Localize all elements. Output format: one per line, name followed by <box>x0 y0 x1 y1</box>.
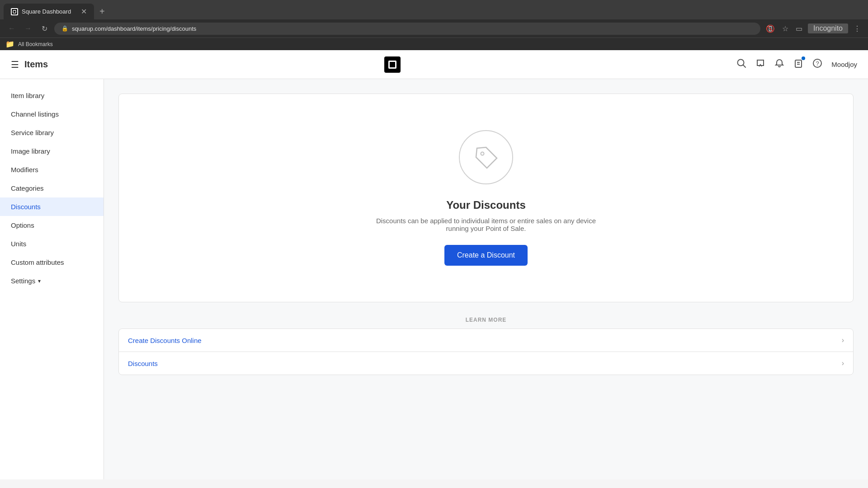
learn-more-item-create-online[interactable]: Create Discounts Online › <box>119 329 853 352</box>
top-nav: ☰ Items ? Moodjoy <box>0 50 868 79</box>
top-nav-left: ☰ Items <box>11 59 48 70</box>
sidebar-item-item-library[interactable]: Item library <box>0 86 104 105</box>
top-nav-right: ? Moodjoy <box>736 58 857 70</box>
user-name[interactable]: Moodjoy <box>831 61 857 68</box>
browser-chrome: Square Dashboard ✕ + ← → ↻ 🔒 squarup.com… <box>0 0 868 50</box>
menu-toggle-button[interactable]: ☰ <box>11 59 19 70</box>
sidebar-icon[interactable]: ▭ <box>794 23 804 35</box>
sidebar-item-modifiers[interactable]: Modifiers <box>0 160 104 179</box>
learn-more-item-label: Create Discounts Online <box>128 337 202 344</box>
sidebar-item-options[interactable]: Options <box>0 216 104 235</box>
bookmarks-bar: 📁 All Bookmarks <box>0 38 868 50</box>
sidebar: Item library Channel listings Service li… <box>0 79 104 479</box>
main-layout: Item library Channel listings Service li… <box>0 79 868 479</box>
profile-icon[interactable]: Incognito <box>808 23 848 33</box>
sidebar-item-custom-attributes[interactable]: Custom attributes <box>0 253 104 272</box>
sidebar-item-discounts[interactable]: Discounts <box>0 197 104 216</box>
learn-more-item-discounts[interactable]: Discounts › <box>119 352 853 375</box>
search-icon[interactable] <box>736 58 746 70</box>
svg-text:?: ? <box>816 60 819 67</box>
notification-badge <box>802 56 805 60</box>
discounts-empty-state-card: Your Discounts Discounts can be applied … <box>118 94 854 302</box>
discount-tag-icon <box>472 144 500 171</box>
sidebar-item-image-library[interactable]: Image library <box>0 142 104 160</box>
app-title: Items <box>24 59 48 70</box>
learn-more-label: LEARN MORE <box>118 317 854 323</box>
cast-icon[interactable]: 📵 <box>764 23 777 35</box>
settings-label: Settings <box>11 277 35 285</box>
svg-rect-0 <box>12 9 17 14</box>
chat-icon[interactable] <box>755 58 765 70</box>
chevron-right-icon: › <box>842 336 844 344</box>
address-text: squarup.com/dashboard/items/pricing/disc… <box>72 25 196 32</box>
browser-action-icons: 📵 ☆ ▭ Incognito ⋮ <box>764 23 863 35</box>
sidebar-item-categories[interactable]: Categories <box>0 179 104 197</box>
learn-more-item-label: Discounts <box>128 360 158 367</box>
empty-state-title: Your Discounts <box>446 199 526 211</box>
svg-line-3 <box>743 65 746 68</box>
square-logo-inner <box>388 61 396 69</box>
learn-more-section: LEARN MORE Create Discounts Online › Dis… <box>118 317 854 375</box>
lock-icon: 🔒 <box>61 25 68 32</box>
create-discount-button[interactable]: Create a Discount <box>444 245 528 266</box>
bookmarks-folder-icon: 📁 <box>5 40 14 48</box>
learn-more-card: Create Discounts Online › Discounts › <box>118 328 854 375</box>
clipboard-icon[interactable] <box>793 58 803 70</box>
tab-title: Square Dashboard <box>22 8 71 15</box>
notification-bell-icon[interactable] <box>774 58 784 70</box>
browser-controls: ← → ↻ 🔒 squarup.com/dashboard/items/pric… <box>0 19 868 38</box>
empty-state-description: Discounts can be applied to individual i… <box>373 217 599 232</box>
discount-icon-container <box>459 130 513 184</box>
new-tab-button[interactable]: + <box>96 6 108 17</box>
content-area: Your Discounts Discounts can be applied … <box>104 79 868 479</box>
settings-chevron-icon: ▾ <box>38 278 41 284</box>
sidebar-item-channel-listings[interactable]: Channel listings <box>0 105 104 123</box>
browser-tab-bar: Square Dashboard ✕ + <box>0 0 868 19</box>
browser-tab-active[interactable]: Square Dashboard ✕ <box>4 4 94 19</box>
top-nav-center <box>48 56 736 73</box>
address-bar[interactable]: 🔒 squarup.com/dashboard/items/pricing/di… <box>54 23 760 35</box>
tab-close-button[interactable]: ✕ <box>81 7 87 16</box>
tab-favicon <box>11 8 18 15</box>
sidebar-item-settings[interactable]: Settings ▾ <box>0 272 104 290</box>
square-logo[interactable] <box>384 56 401 73</box>
all-bookmarks-link[interactable]: All Bookmarks <box>18 41 53 47</box>
sidebar-item-units[interactable]: Units <box>0 235 104 253</box>
help-icon[interactable]: ? <box>812 58 822 70</box>
menu-icon[interactable]: ⋮ <box>852 23 863 35</box>
chevron-right-icon: › <box>842 359 844 367</box>
sidebar-item-service-library[interactable]: Service library <box>0 123 104 142</box>
app-container: ☰ Items ? Moodjoy <box>0 50 868 479</box>
forward-button[interactable]: → <box>22 22 34 35</box>
svg-point-9 <box>481 152 484 155</box>
bookmark-icon[interactable]: ☆ <box>780 23 790 35</box>
reload-button[interactable]: ↻ <box>38 22 51 35</box>
back-button[interactable]: ← <box>5 22 18 35</box>
